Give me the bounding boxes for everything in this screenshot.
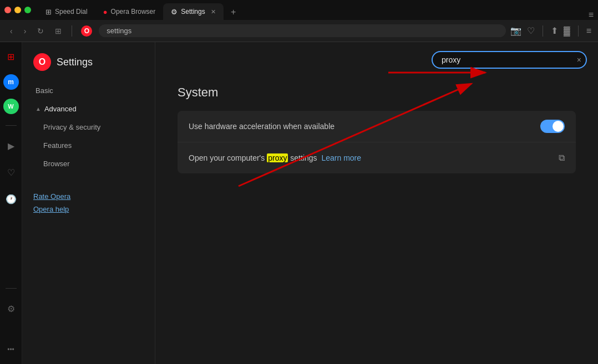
hardware-acceleration-row: Use hardware acceleration when available: [178, 111, 576, 142]
close-button[interactable]: [4, 7, 11, 13]
opera-logo: O: [81, 25, 92, 37]
traffic-lights: [4, 7, 31, 13]
minimize-button[interactable]: [14, 7, 21, 13]
forward-button[interactable]: ›: [21, 24, 30, 38]
features-label: Features: [43, 141, 72, 150]
title-bar: ⊞ Speed Dial ● Opera Browser ⚙ Settings …: [0, 0, 598, 20]
nav-menu: Basic ▲ Advanced Privacy & security Feat…: [22, 82, 155, 172]
main-layout: ⊞ m W ▶ ♡ 🕐 ⚙ ••• O: [0, 42, 598, 364]
sidebar-item-features[interactable]: Features: [28, 137, 149, 154]
new-tab-button[interactable]: +: [226, 4, 241, 20]
advanced-arrow: ▲: [36, 106, 41, 112]
history-icon: 🕐: [6, 194, 17, 204]
privacy-security-label: Privacy & security: [43, 123, 100, 131]
sidebar-icon-history[interactable]: 🕐: [2, 190, 20, 208]
settings-card-system: Use hardware acceleration when available…: [178, 111, 576, 173]
favorites-icon: ♡: [7, 167, 15, 178]
basic-label: Basic: [36, 86, 53, 95]
sidebar-divider-1: [6, 125, 17, 126]
settings-tab-icon: ⚙: [171, 8, 178, 16]
share-icon[interactable]: ⬆: [551, 25, 558, 36]
sidebar-item-privacy-security[interactable]: Privacy & security: [28, 119, 149, 136]
maximize-button[interactable]: [24, 7, 31, 13]
reload-button[interactable]: ↻: [34, 24, 47, 38]
search-box: ×: [432, 51, 587, 69]
tab-settings[interactable]: ⚙ Settings ✕: [163, 3, 223, 20]
sidebar-icon-player[interactable]: ▶: [2, 137, 20, 155]
tab-speed-dial-label: Speed Dial: [55, 8, 88, 16]
whatsapp-icon: W: [8, 103, 13, 110]
nav-divider-1: [72, 25, 72, 37]
search-area: ×: [155, 42, 598, 69]
logo-text: O: [39, 57, 45, 67]
sidebar-item-basic[interactable]: Basic: [28, 82, 149, 99]
new-tab-icon: +: [231, 7, 236, 17]
grid-button[interactable]: ⊞: [52, 24, 65, 38]
more-dots-icon: •••: [7, 346, 14, 353]
heart-icon[interactable]: ♡: [527, 25, 535, 36]
settings-header: O Settings: [22, 53, 155, 82]
external-link-icon[interactable]: ⧉: [559, 153, 565, 163]
advanced-label: Advanced: [44, 105, 77, 113]
messenger-icon: m: [8, 78, 14, 86]
tab-settings-close[interactable]: ✕: [211, 8, 216, 16]
tab-speed-dial[interactable]: ⊞ Speed Dial: [38, 3, 95, 20]
settings-sidebar: O Settings Basic ▲ Advanced Privacy & se…: [22, 42, 155, 364]
main-content: × System Use hardware acceleration when …: [155, 42, 598, 364]
sidebar-icon-settings[interactable]: ⚙: [2, 300, 20, 317]
tabs-bar: ⊞ Speed Dial ● Opera Browser ⚙ Settings …: [38, 0, 594, 20]
sidebar-icon-messenger[interactable]: m: [3, 74, 19, 90]
sidebar-icon-favorites[interactable]: ♡: [2, 163, 20, 181]
proxy-highlight: proxy: [267, 153, 288, 162]
speed-dial-icon: ⊞: [45, 8, 52, 16]
settings-icon: ⚙: [7, 304, 15, 314]
speed-dial-icon: ⊞: [7, 52, 14, 62]
opera-help-link[interactable]: Opera help: [33, 205, 144, 213]
sidebar-item-advanced[interactable]: ▲ Advanced: [28, 100, 149, 117]
browser-label: Browser: [43, 160, 70, 168]
nav-divider-3: [578, 25, 579, 37]
settings-title: Settings: [57, 57, 93, 68]
sidebar-divider-2: [6, 288, 17, 289]
sidebar-item-browser[interactable]: Browser: [28, 155, 149, 172]
nav-links: Rate Opera Opera help: [22, 181, 155, 213]
proxy-settings-row: Open your computer's proxy settings Lear…: [178, 142, 576, 173]
tab-settings-label: Settings: [181, 8, 205, 16]
opera-browser-icon: ●: [103, 8, 108, 16]
browser-menu-icon[interactable]: ≡: [589, 10, 594, 20]
nav-right: 📷 ♡ ⬆ ▓ ≡: [510, 25, 591, 37]
nav-bar: ‹ › ↻ ⊞ O settings 📷 ♡ ⬆ ▓ ≡: [0, 20, 598, 42]
section-title: System: [178, 85, 576, 100]
rate-opera-link[interactable]: Rate Opera: [33, 192, 144, 201]
more-icon[interactable]: ≡: [586, 26, 591, 36]
proxy-text-after: settings: [288, 153, 317, 162]
player-icon: ▶: [8, 141, 14, 151]
sidebar-icon-whatsapp[interactable]: W: [3, 99, 19, 114]
nav-divider-2: [543, 25, 543, 37]
learn-more-link[interactable]: Learn more: [321, 153, 361, 162]
hardware-acceleration-text: Use hardware acceleration when available: [189, 122, 540, 131]
search-input[interactable]: [432, 51, 587, 69]
proxy-settings-text: Open your computer's proxy settings Lear…: [189, 153, 559, 162]
tab-opera-browser-label: Opera Browser: [111, 8, 156, 16]
search-clear-button[interactable]: ×: [577, 55, 581, 64]
proxy-text-before: Open your computer's: [189, 153, 267, 162]
sidebar-icons: ⊞ m W ▶ ♡ 🕐 ⚙ •••: [0, 42, 22, 364]
sidebar-icon-speed-dial[interactable]: ⊞: [2, 48, 20, 65]
hardware-acceleration-toggle[interactable]: [540, 120, 565, 133]
tab-opera-browser[interactable]: ● Opera Browser: [95, 3, 164, 20]
sidebar-icon-more[interactable]: •••: [2, 341, 20, 358]
toggle-knob: [553, 121, 564, 132]
content-area: System Use hardware acceleration when av…: [155, 69, 598, 194]
address-bar[interactable]: settings: [99, 24, 506, 37]
battery-icon[interactable]: ▓: [564, 26, 570, 36]
back-button[interactable]: ‹: [7, 24, 16, 38]
settings-logo: O: [33, 53, 51, 71]
camera-icon[interactable]: 📷: [510, 25, 521, 36]
